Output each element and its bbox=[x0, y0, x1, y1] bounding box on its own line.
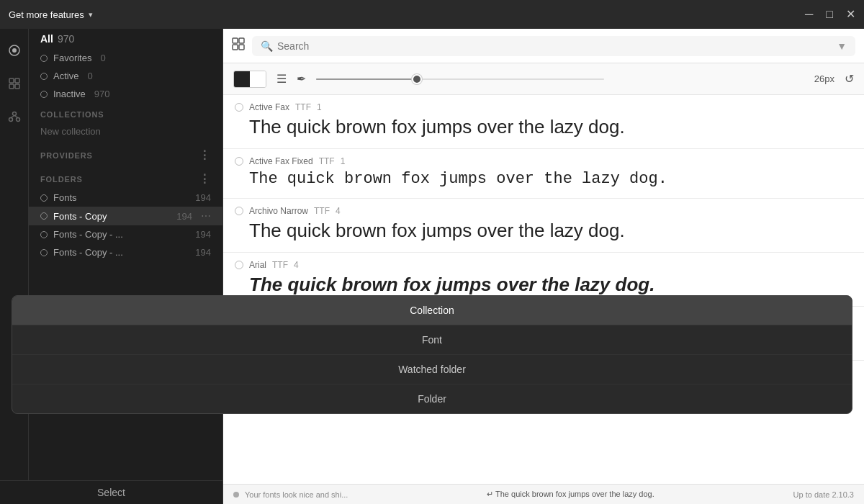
providers-header: PROVIDERS ⋮ bbox=[29, 141, 222, 165]
font-radio-active-fax[interactable] bbox=[235, 103, 243, 112]
sidebar-all-row[interactable]: All 970 bbox=[29, 29, 222, 49]
font-meta-arial: Arial TTF 4 bbox=[235, 260, 852, 270]
folder-count-fonts-copy: 194 bbox=[176, 211, 192, 222]
title-bar: Get more features ▾ ─ □ ✕ bbox=[0, 0, 864, 29]
folder-item-fonts-copy-3[interactable]: Fonts - Copy - ... 194 bbox=[29, 243, 222, 261]
filter-count-inactive: 970 bbox=[94, 89, 110, 99]
search-toolbar: 🔍 ▼ bbox=[223, 29, 864, 63]
sidebar-all-count: 970 bbox=[58, 33, 74, 45]
align-icon[interactable]: ☰ bbox=[276, 72, 287, 86]
folder-item-fonts-copy[interactable]: Fonts - Copy 194 ⋯ bbox=[29, 207, 222, 225]
font-preview-active-fax-fixed: The quick brown fox jumps over the lazy … bbox=[235, 169, 852, 190]
folder-name-fonts: Fonts bbox=[53, 192, 186, 203]
folder-item-fonts-copy-2[interactable]: Fonts - Copy - ... 194 bbox=[29, 225, 222, 243]
font-item-archivo-narrow: Archivo Narrow TTF 4 The quick brown fox… bbox=[223, 199, 864, 253]
font-name-active-fax-fixed: Active Fax Fixed bbox=[249, 156, 313, 166]
folder-item-fonts[interactable]: Fonts 194 bbox=[29, 189, 222, 207]
maximize-button[interactable]: □ bbox=[826, 9, 833, 20]
title-chevron[interactable]: ▾ bbox=[89, 10, 93, 19]
close-button[interactable]: ✕ bbox=[846, 9, 855, 20]
new-collection-button[interactable]: New collection bbox=[29, 122, 222, 141]
filter-label-favorites: Favorites bbox=[53, 53, 91, 63]
collections-header: COLLECTIONS bbox=[29, 103, 222, 122]
filter-dot-inactive bbox=[40, 91, 48, 98]
folder-name-fonts-copy-2: Fonts - Copy - ... bbox=[53, 229, 186, 240]
search-dropdown-icon[interactable]: ▼ bbox=[837, 40, 847, 52]
providers-menu-icon[interactable]: ⋮ bbox=[199, 148, 211, 162]
main-layout: All 970 Favorites 0 Active 0 Inactive bbox=[0, 29, 864, 504]
context-menu-watched-folder[interactable]: Watched folder bbox=[29, 355, 222, 384]
light-mode-toggle[interactable] bbox=[250, 71, 266, 87]
font-meta-active-fax: Active Fax TTF 1 bbox=[235, 102, 852, 112]
sidebar-filter-favorites[interactable]: Favorites 0 bbox=[29, 49, 222, 67]
context-menu-font[interactable]: Font bbox=[29, 325, 222, 355]
svg-rect-14 bbox=[239, 45, 244, 50]
font-type-active-fax-fixed: TTF bbox=[319, 156, 335, 166]
sidebar-icon-fonts[interactable] bbox=[4, 40, 24, 60]
font-type-arial: TTF bbox=[272, 260, 288, 270]
folder-menu-icon[interactable]: ⋯ bbox=[201, 210, 211, 222]
font-radio-archivo-narrow[interactable] bbox=[235, 207, 243, 215]
font-radio-active-fax-fixed[interactable] bbox=[235, 157, 243, 166]
dark-mode-toggle[interactable] bbox=[234, 71, 250, 87]
svg-rect-12 bbox=[239, 38, 244, 43]
font-meta-archivo-narrow: Archivo Narrow TTF 4 bbox=[235, 206, 852, 216]
script-icon[interactable]: ✒ bbox=[297, 72, 306, 86]
select-label: Select bbox=[97, 487, 125, 498]
folders-header-label: FOLDERS bbox=[40, 175, 83, 184]
folders-header: FOLDERS ⋮ bbox=[29, 165, 222, 189]
context-menu: Collection Font Watched folder Folder bbox=[29, 295, 222, 414]
font-variants-active-fax: 1 bbox=[317, 102, 322, 112]
sidebar-inner: All 970 Favorites 0 Active 0 Inactive bbox=[0, 29, 222, 480]
font-name-archivo-narrow: Archivo Narrow bbox=[249, 206, 308, 216]
filter-count-active: 0 bbox=[87, 71, 92, 81]
context-menu-folder[interactable]: Folder bbox=[29, 384, 222, 413]
svg-point-1 bbox=[12, 48, 17, 53]
minimize-button[interactable]: ─ bbox=[805, 9, 813, 20]
filter-dot-active bbox=[40, 73, 48, 80]
svg-point-6 bbox=[12, 112, 16, 116]
font-variants-archivo-narrow: 4 bbox=[336, 206, 341, 216]
folder-name-fonts-copy: Fonts - Copy bbox=[53, 211, 168, 222]
slider-thumb[interactable] bbox=[412, 74, 422, 84]
sidebar-icon-providers[interactable] bbox=[4, 107, 24, 127]
sidebar-filter-active[interactable]: Active 0 bbox=[29, 67, 222, 85]
font-item-active-fax: Active Fax TTF 1 The quick brown fox jum… bbox=[223, 95, 864, 149]
title-bar-title: Get more features ▾ bbox=[9, 9, 93, 20]
sidebar: All 970 Favorites 0 Active 0 Inactive bbox=[0, 29, 223, 504]
font-type-archivo-narrow: TTF bbox=[314, 206, 330, 216]
svg-point-7 bbox=[9, 118, 12, 122]
search-icon: 🔍 bbox=[261, 40, 273, 52]
refresh-icon[interactable]: ↺ bbox=[845, 72, 854, 86]
font-type-active-fax: TTF bbox=[295, 102, 311, 112]
status-right: Up to date 2.10.3 bbox=[793, 490, 854, 499]
folder-count-fonts-copy-3: 194 bbox=[195, 247, 211, 258]
folder-count-fonts-copy-2: 194 bbox=[195, 229, 211, 240]
color-toggle[interactable] bbox=[233, 71, 266, 88]
filter-label-active: Active bbox=[53, 71, 78, 81]
title-text: Get more features bbox=[9, 9, 84, 20]
font-size-slider-track[interactable] bbox=[316, 78, 604, 80]
font-name-arial: Arial bbox=[249, 260, 266, 270]
font-radio-arial[interactable] bbox=[235, 261, 243, 269]
content-area: 🔍 ▼ ☰ ✒ 26px ↺ bbox=[223, 29, 864, 504]
svg-line-9 bbox=[11, 116, 14, 118]
folders-menu-icon[interactable]: ⋮ bbox=[199, 172, 211, 186]
svg-rect-11 bbox=[233, 38, 238, 43]
context-menu-collection[interactable]: Collection bbox=[29, 296, 222, 325]
search-input[interactable] bbox=[277, 40, 832, 52]
sidebar-icon-collections[interactable] bbox=[4, 73, 24, 94]
svg-rect-2 bbox=[9, 78, 14, 83]
font-preview-active-fax: The quick brown fox jumps over the lazy … bbox=[235, 115, 852, 140]
sidebar-content: All 970 Favorites 0 Active 0 Inactive bbox=[29, 29, 222, 480]
filter-dot-favorites bbox=[40, 55, 48, 62]
sidebar-filter-inactive[interactable]: Inactive 970 bbox=[29, 85, 222, 103]
font-item-active-fax-fixed: Active Fax Fixed TTF 1 The quick brown f… bbox=[223, 149, 864, 199]
grid-view-icon[interactable] bbox=[232, 37, 245, 54]
select-button[interactable]: Select bbox=[0, 480, 222, 504]
folder-dot-fonts-copy bbox=[40, 212, 48, 220]
folder-dot-fonts-copy-3 bbox=[40, 249, 48, 256]
slider-fill bbox=[316, 78, 417, 80]
font-preview-archivo-narrow: The quick brown fox jumps over the lazy … bbox=[235, 219, 852, 243]
status-text: Your fonts look nice and shi... bbox=[245, 490, 348, 499]
